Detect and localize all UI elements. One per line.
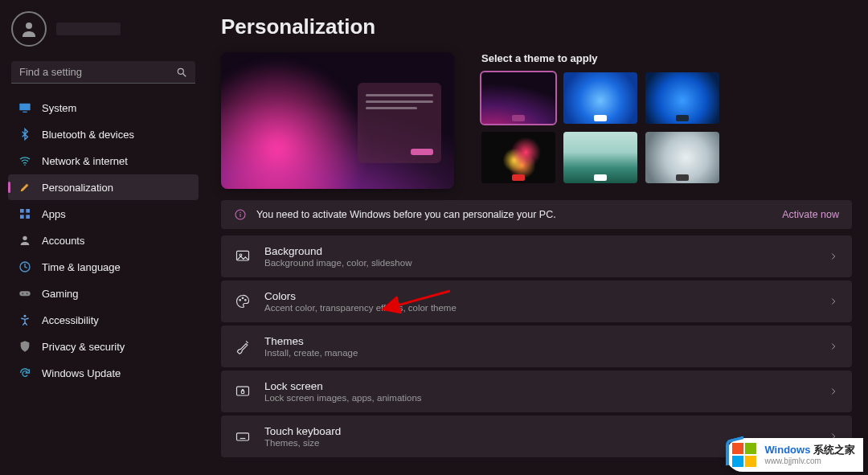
themes-grid <box>481 72 852 183</box>
nav-label: Accessibility <box>42 314 99 326</box>
chevron-right-icon <box>828 251 839 262</box>
svg-rect-18 <box>240 214 240 217</box>
gamepad-icon <box>18 286 32 301</box>
theme-thumbnail-1[interactable] <box>481 72 555 124</box>
palette-icon <box>234 293 252 310</box>
search-icon <box>176 67 187 78</box>
nav-accounts[interactable]: Accounts <box>8 227 199 253</box>
theme-thumbnail-4[interactable] <box>481 132 555 183</box>
setting-subtitle: Lock screen images, apps, animations <box>264 393 815 403</box>
setting-lock-screen[interactable]: Lock screen Lock screen images, apps, an… <box>221 371 852 412</box>
activate-now-link[interactable]: Activate now <box>782 209 839 220</box>
svg-point-10 <box>23 236 27 240</box>
setting-title: Themes <box>264 335 815 347</box>
apps-icon <box>18 207 32 221</box>
keyboard-icon <box>234 428 252 445</box>
nav-gaming[interactable]: Gaming <box>8 280 199 306</box>
page-title: Personalization <box>221 14 852 39</box>
svg-point-22 <box>242 297 244 299</box>
setting-subtitle: Background image, color, slideshow <box>264 258 815 268</box>
activation-message: You need to activate Windows before you … <box>256 209 556 220</box>
themes-column: Select a theme to apply <box>481 52 852 189</box>
setting-colors[interactable]: Colors Accent color, transparency effect… <box>221 280 852 322</box>
search-input[interactable] <box>19 66 176 78</box>
svg-point-15 <box>24 315 27 317</box>
themes-heading: Select a theme to apply <box>481 52 852 64</box>
desktop-preview <box>221 52 454 189</box>
svg-rect-26 <box>237 433 249 440</box>
avatar <box>11 11 47 47</box>
sidebar: System Bluetooth & devices Network & int… <box>0 0 205 475</box>
nav-label: Network & internet <box>42 155 128 167</box>
nav-time-language[interactable]: Time & language <box>8 254 199 280</box>
setting-themes[interactable]: Themes Install, create, manage <box>221 326 852 367</box>
nav-personalization[interactable]: Personalization <box>8 174 199 200</box>
theme-thumbnail-5[interactable] <box>563 132 637 183</box>
nav-windows-update[interactable]: Windows Update <box>8 360 199 386</box>
lock-screen-icon <box>234 383 252 400</box>
chevron-right-icon <box>828 341 839 352</box>
svg-rect-8 <box>20 215 24 219</box>
nav-accessibility[interactable]: Accessibility <box>8 307 199 333</box>
nav-label: System <box>42 102 76 114</box>
user-name-placeholder <box>56 23 121 35</box>
activation-infobar: You need to activate Windows before you … <box>221 200 852 229</box>
display-icon <box>18 100 32 115</box>
nav-system[interactable]: System <box>8 95 199 121</box>
svg-point-21 <box>240 300 241 301</box>
nav-label: Gaming <box>42 288 79 300</box>
setting-title: Background <box>264 245 815 257</box>
theme-thumbnail-2[interactable] <box>563 72 637 124</box>
brush-icon <box>234 338 252 355</box>
nav-label: Apps <box>42 208 66 220</box>
wifi-icon <box>18 154 32 168</box>
svg-point-5 <box>24 165 26 166</box>
setting-subtitle: Accent color, transparency effects, colo… <box>264 303 815 313</box>
setting-background[interactable]: Background Background image, color, slid… <box>221 235 852 277</box>
watermark-title: Windows 系统之家 <box>764 444 855 456</box>
nav-label: Time & language <box>42 261 121 273</box>
svg-rect-25 <box>241 391 244 393</box>
svg-point-17 <box>240 212 240 213</box>
svg-point-14 <box>27 293 28 294</box>
theme-thumbnail-3[interactable] <box>645 72 719 124</box>
picture-icon <box>234 248 252 265</box>
bluetooth-icon <box>18 127 32 141</box>
clock-globe-icon <box>18 260 32 274</box>
info-icon <box>234 208 247 221</box>
nav-list: System Bluetooth & devices Network & int… <box>8 95 199 386</box>
theme-preview-row: Select a theme to apply <box>221 52 852 189</box>
nav-network[interactable]: Network & internet <box>8 148 199 174</box>
svg-rect-6 <box>20 209 24 213</box>
svg-rect-7 <box>26 209 30 213</box>
nav-label: Accounts <box>42 235 84 247</box>
setting-title: Touch keyboard <box>264 425 815 437</box>
chevron-right-icon <box>828 296 839 307</box>
chevron-right-icon <box>828 386 839 397</box>
svg-line-2 <box>183 73 186 76</box>
nav-bluetooth[interactable]: Bluetooth & devices <box>8 121 199 147</box>
accessibility-icon <box>18 313 32 327</box>
svg-rect-4 <box>23 112 27 113</box>
nav-apps[interactable]: Apps <box>8 201 199 227</box>
setting-title: Colors <box>264 290 815 302</box>
svg-point-0 <box>26 23 32 29</box>
svg-rect-3 <box>19 104 30 111</box>
watermark-url: www.bjjmlv.com <box>764 457 855 465</box>
theme-thumbnail-6[interactable] <box>645 132 719 183</box>
svg-rect-12 <box>19 291 30 296</box>
watermark: Windows 系统之家 www.bjjmlv.com <box>726 438 863 472</box>
user-account-row[interactable] <box>8 8 199 55</box>
search-field[interactable] <box>11 61 195 84</box>
svg-point-13 <box>22 293 23 294</box>
nav-label: Bluetooth & devices <box>42 129 134 141</box>
setting-subtitle: Install, create, manage <box>264 348 815 358</box>
update-icon <box>18 366 32 380</box>
svg-rect-9 <box>26 215 30 219</box>
nav-label: Privacy & security <box>42 341 125 353</box>
person-icon <box>18 233 32 248</box>
setting-title: Lock screen <box>264 380 815 392</box>
paintbrush-icon <box>18 180 32 195</box>
nav-privacy[interactable]: Privacy & security <box>8 334 199 359</box>
watermark-logo <box>731 441 758 469</box>
